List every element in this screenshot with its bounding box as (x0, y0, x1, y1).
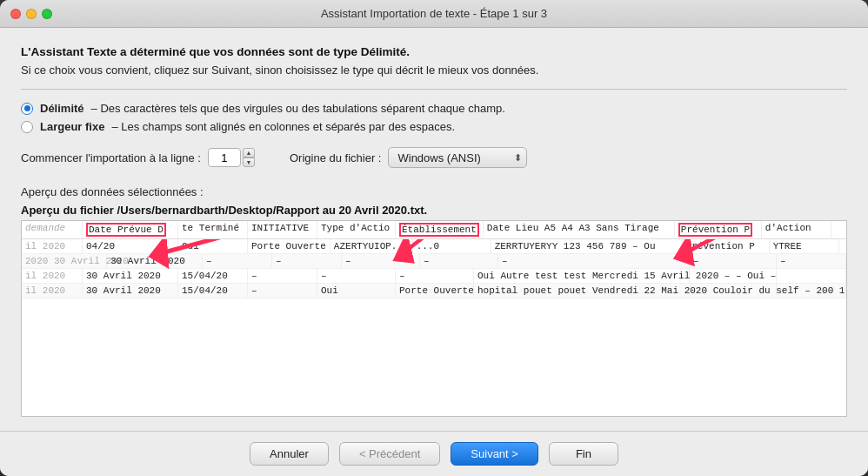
main-window: Assistant Importation de texte - Étape 1… (0, 0, 868, 476)
preview-header-cell-7: Prévention P (675, 221, 762, 238)
preview-header-cell-0: demande (22, 221, 83, 238)
options-row: Commencer l'importation à la ligne : ▲ ▼… (21, 147, 847, 168)
minimize-button[interactable] (26, 9, 37, 19)
highlight-etablissement: Établissement (399, 223, 479, 237)
radio-fixed[interactable]: Largeur fixe – Les champs sont alignés e… (21, 120, 847, 133)
file-origin-group: Origine du fichier : Windows (ANSI) UTF-… (290, 147, 528, 168)
arrows-overlay (22, 221, 846, 416)
start-row-group: Commencer l'importation à la ligne : ▲ ▼ (21, 148, 255, 167)
preview-section: Aperçu des données sélectionnées : Aperç… (21, 185, 847, 417)
file-origin-select-wrapper: Windows (ANSI) UTF-8 Macintosh MS-DOS ⬍ (388, 147, 527, 168)
preview-header-cell-6: Date Lieu A5 A4 A3 Sans Tirage (484, 221, 675, 238)
preview-header-cell-2: te Terminé (178, 221, 248, 238)
preview-header-cell-1: Date Prévue D (83, 221, 178, 238)
window-title: Assistant Importation de texte - Étape 1… (321, 7, 547, 20)
footer: Annuler < Précédent Suivant > Fin (0, 431, 868, 476)
start-row-label: Commencer l'importation à la ligne : (21, 151, 201, 164)
preview-header-cell-3: INITIATIVE (248, 221, 317, 238)
preview-header-cell-5: Établissement (396, 221, 484, 238)
highlight-date-prevue: Date Prévue D (86, 223, 166, 237)
divider (21, 89, 847, 90)
next-button[interactable]: Suivant > (451, 442, 538, 466)
file-origin-select[interactable]: Windows (ANSI) UTF-8 Macintosh MS-DOS (388, 147, 527, 168)
radio-group: Délimité – Des caractères tels que des v… (21, 102, 847, 133)
title-bar: Assistant Importation de texte - Étape 1… (0, 0, 868, 28)
main-content: L'Assistant Texte a déterminé que vos do… (0, 28, 868, 431)
maximize-button[interactable] (42, 9, 52, 19)
spinner-up[interactable]: ▲ (243, 148, 255, 158)
window-controls (10, 9, 52, 19)
start-row-spinner[interactable]: ▲ ▼ (208, 148, 255, 167)
spinner-arrows: ▲ ▼ (243, 148, 255, 167)
preview-header-cell-8: d'Action (762, 221, 831, 238)
spinner-down[interactable]: ▼ (243, 158, 255, 167)
radio-fixed-label: Largeur fixe (40, 120, 104, 133)
intro-bold: L'Assistant Texte a déterminé que vos do… (21, 45, 847, 58)
cancel-button[interactable]: Annuler (250, 442, 329, 466)
start-row-input[interactable] (208, 148, 241, 167)
close-button[interactable] (10, 9, 21, 19)
preview-header-row: demande Date Prévue D te Terminé INITIAT… (22, 221, 846, 239)
radio-fixed-desc: – Les champs sont alignés en colonnes et… (111, 120, 455, 133)
radio-delimited-circle[interactable] (21, 103, 33, 115)
preview-header-cell-4: Type d'Actio (317, 221, 396, 238)
radio-delimited[interactable]: Délimité – Des caractères tels que des v… (21, 102, 847, 115)
finish-button[interactable]: Fin (549, 442, 618, 466)
file-origin-label: Origine du fichier : (290, 151, 382, 164)
highlight-prevention: Prévention P (678, 223, 752, 237)
preview-section-label: Aperçu des données sélectionnées : (21, 185, 847, 198)
radio-delimited-label: Délimité (40, 102, 84, 115)
intro-description: Si ce choix vous convient, cliquez sur S… (21, 64, 847, 77)
preview-area: demande Date Prévue D te Terminé INITIAT… (21, 220, 847, 417)
radio-fixed-circle[interactable] (21, 121, 33, 133)
prev-button[interactable]: < Précédent (339, 442, 440, 466)
preview-filename: Aperçu du fichier /Users/bernardbarth/De… (21, 204, 847, 217)
radio-delimited-desc: – Des caractères tels que des virgules o… (91, 102, 505, 115)
